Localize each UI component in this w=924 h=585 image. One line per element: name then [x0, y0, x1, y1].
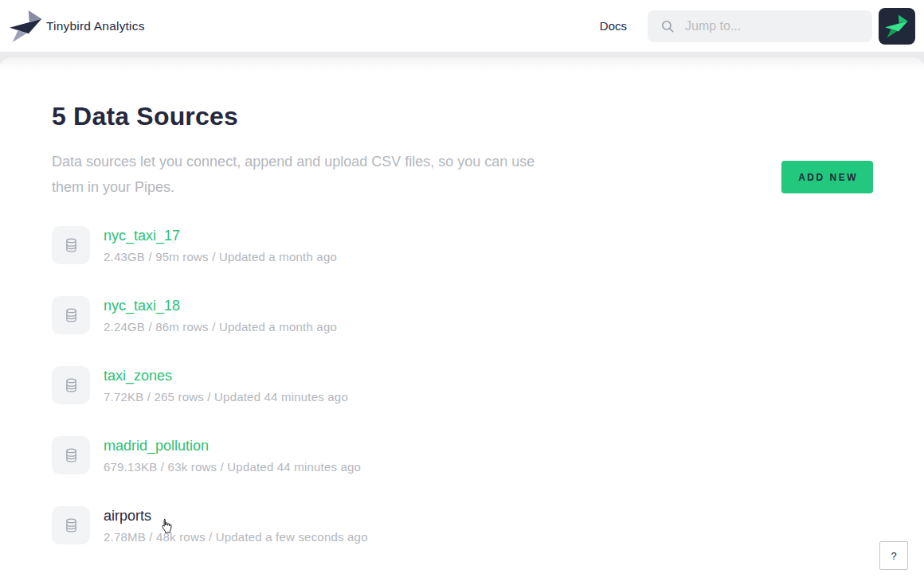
datasource-info: taxi_zones 7.72KB / 265 rows / Updated 4…: [104, 366, 348, 404]
search-input[interactable]: [683, 18, 863, 34]
tinybird-logo-icon: [8, 10, 45, 43]
datasource-row-airports[interactable]: airports 2.78MB / 48k rows / Updated a f…: [52, 506, 873, 544]
page-description: Data sources let you connect, append and…: [52, 149, 570, 200]
help-button[interactable]: ?: [879, 541, 908, 570]
datasource-info: madrid_pollution 679.13KB / 63k rows / U…: [104, 436, 361, 474]
datasource-meta: 2.78MB / 48k rows / Updated a few second…: [104, 530, 368, 544]
datasource-row-madrid-pollution[interactable]: madrid_pollution 679.13KB / 63k rows / U…: [52, 436, 873, 474]
database-icon: [52, 436, 90, 474]
data-source-list: nyc_taxi_17 2.43GB / 95m rows / Updated …: [52, 226, 873, 544]
datasource-row-nyc-taxi-18[interactable]: nyc_taxi_18 2.24GB / 86m rows / Updated …: [52, 296, 873, 334]
datasource-info: nyc_taxi_18 2.24GB / 86m rows / Updated …: [104, 296, 337, 334]
datasource-row-nyc-taxi-17[interactable]: nyc_taxi_17 2.43GB / 95m rows / Updated …: [52, 226, 873, 264]
tinybird-app-button[interactable]: [879, 8, 915, 45]
database-icon: [52, 296, 90, 334]
add-new-button[interactable]: ADD NEW: [781, 161, 873, 193]
database-icon: [52, 506, 90, 544]
datasource-info: nyc_taxi_17 2.43GB / 95m rows / Updated …: [104, 226, 337, 264]
docs-link[interactable]: Docs: [600, 19, 627, 33]
datasource-link[interactable]: airports: [104, 508, 151, 525]
datasource-meta: 2.24GB / 86m rows / Updated a month ago: [104, 320, 337, 333]
datasource-link[interactable]: taxi_zones: [104, 368, 172, 384]
datasource-meta: 679.13KB / 63k rows / Updated 44 minutes…: [104, 460, 361, 474]
data-sources-page: 5 Data Sources Data sources let you conn…: [0, 57, 924, 585]
top-navigation-bar: Tinybird Analytics Docs: [0, 0, 924, 53]
datasource-row-taxi-zones[interactable]: taxi_zones 7.72KB / 265 rows / Updated 4…: [52, 366, 873, 404]
page-title: 5 Data Sources: [52, 102, 873, 131]
tinybird-green-bird-icon: [884, 14, 910, 38]
datasource-link[interactable]: nyc_taxi_18: [104, 298, 180, 314]
datasource-link[interactable]: nyc_taxi_17: [104, 228, 180, 244]
brand-name: Tinybird Analytics: [46, 19, 145, 33]
datasource-link[interactable]: madrid_pollution: [104, 438, 209, 454]
datasource-meta: 7.72KB / 265 rows / Updated 44 minutes a…: [104, 390, 348, 404]
datasource-meta: 2.43GB / 95m rows / Updated a month ago: [104, 250, 337, 263]
brand[interactable]: Tinybird Analytics: [8, 10, 145, 43]
database-icon: [52, 366, 90, 404]
jump-to-searchbox[interactable]: [648, 10, 872, 42]
search-icon: [660, 19, 675, 33]
datasource-info: airports 2.78MB / 48k rows / Updated a f…: [104, 506, 368, 544]
database-icon: [52, 226, 90, 264]
